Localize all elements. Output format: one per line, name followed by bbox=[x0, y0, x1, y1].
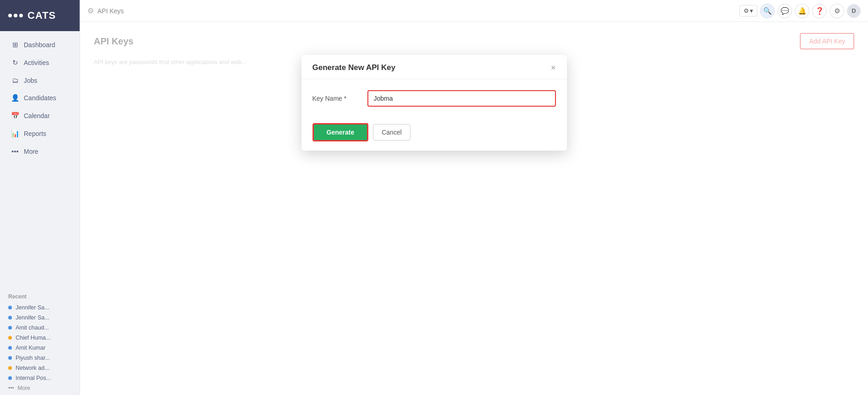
generate-button[interactable]: Generate bbox=[313, 123, 369, 141]
modal-backdrop: Generate New API Key × Key Name * Genera… bbox=[0, 0, 868, 395]
key-name-input[interactable] bbox=[367, 90, 556, 107]
modal-header: Generate New API Key × bbox=[302, 55, 567, 79]
key-name-label: Key Name * bbox=[313, 95, 367, 102]
modal-close-button[interactable]: × bbox=[551, 64, 556, 72]
cancel-button[interactable]: Cancel bbox=[373, 124, 410, 141]
generate-api-key-modal: Generate New API Key × Key Name * Genera… bbox=[302, 55, 567, 151]
modal-title: Generate New API Key bbox=[313, 63, 396, 72]
modal-footer: Generate Cancel bbox=[302, 123, 567, 151]
modal-body: Key Name * bbox=[302, 79, 567, 123]
key-name-row: Key Name * bbox=[313, 90, 556, 107]
